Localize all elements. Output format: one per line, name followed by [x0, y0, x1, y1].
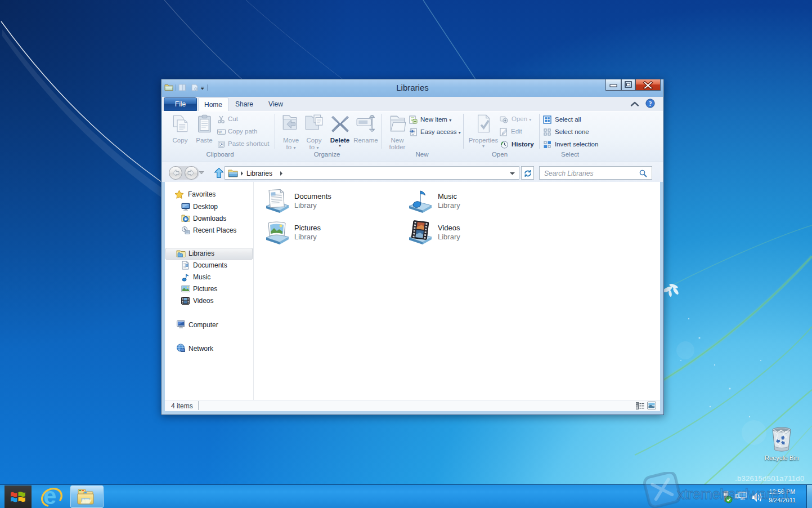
svg-text:W...: W...: [218, 130, 225, 134]
svg-text:?: ?: [649, 100, 652, 107]
